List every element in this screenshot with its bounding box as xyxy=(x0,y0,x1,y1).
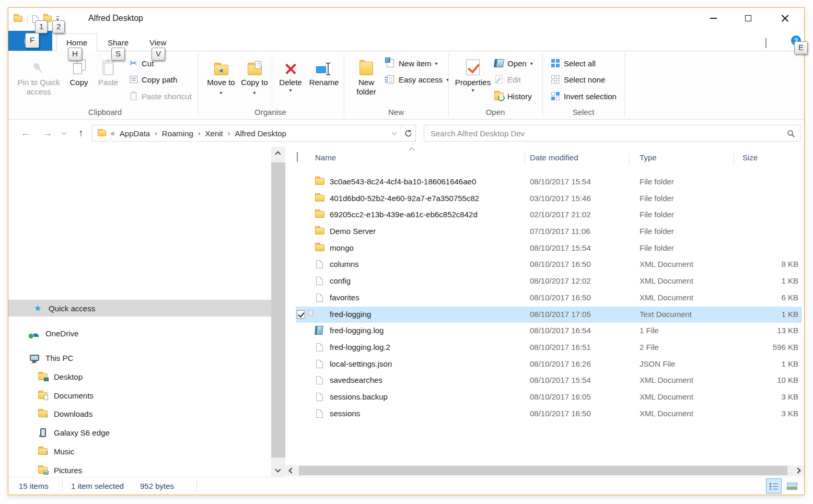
rename-button[interactable]: Rename xyxy=(307,54,341,87)
properties-button[interactable]: Properties ▾ xyxy=(455,54,491,93)
item-count: 15 items xyxy=(19,482,49,490)
cut-button[interactable]: ✂ Cut xyxy=(129,56,154,70)
file-icon xyxy=(316,260,323,268)
details-view-button[interactable] xyxy=(766,478,782,494)
select-none-button[interactable]: Select none xyxy=(551,73,605,86)
sidebar-item-documents[interactable]: Documents xyxy=(8,387,271,404)
sidebar-item-desktop[interactable]: Desktop xyxy=(8,368,271,385)
select-all-button[interactable]: Select all xyxy=(551,56,596,70)
file-row[interactable]: fred-logging.log 08/10/2017 16:54 1 File… xyxy=(296,323,802,339)
file-row[interactable]: fred-logging.log.2 08/10/2017 16:51 2 Fi… xyxy=(296,339,802,356)
file-row[interactable]: 3c0ae543-8c24-4cf4-ba10-186061646ae0 08/… xyxy=(296,174,802,190)
sidebar-item-music[interactable]: ♪ Music xyxy=(8,443,271,460)
minimize-icon xyxy=(710,18,717,19)
file-row[interactable]: sessions 08/10/2017 16:50 XML Document 3… xyxy=(296,406,802,422)
file-row[interactable]: Demo Server 07/10/2017 11:06 File folder xyxy=(296,224,802,240)
refresh-button[interactable] xyxy=(401,125,415,141)
file-row[interactable]: sessions.backup 08/10/2017 16:05 XML Doc… xyxy=(296,389,802,405)
file-row[interactable]: 401d6bd0-52b2-4e60-92a7-e7a350755c82 03/… xyxy=(296,191,802,207)
computer-icon xyxy=(30,355,39,361)
sidebar-item-this-pc[interactable]: This PC xyxy=(8,349,271,366)
sidebar-item-onedrive[interactable]: ☁ OneDrive xyxy=(8,325,271,342)
select-none-icon xyxy=(551,75,560,84)
scroll-up-icon[interactable] xyxy=(275,151,281,157)
chevron-right-icon[interactable]: › xyxy=(228,129,230,137)
keytip-home: H xyxy=(68,48,82,61)
sidebar-item-quick-access[interactable]: ★ Quick access xyxy=(8,300,271,317)
file-row[interactable]: savedsearches 08/10/2017 15:54 XML Docum… xyxy=(296,372,802,389)
column-header-name[interactable]: Name xyxy=(315,153,336,162)
scroll-left-icon[interactable] xyxy=(288,467,294,473)
titlebar: ▾ Alfred Desktop xyxy=(8,8,804,31)
sidebar-item-galaxy-s6-edge[interactable]: Galaxy S6 edge xyxy=(8,424,271,441)
minimize-button[interactable] xyxy=(701,9,725,28)
column-header-type[interactable]: Type xyxy=(640,153,657,162)
invert-selection-button[interactable]: Invert selection xyxy=(551,89,617,103)
forward-button[interactable]: → xyxy=(40,126,55,140)
scrollbar-thumb[interactable] xyxy=(271,162,285,458)
new-folder-button[interactable]: New folder xyxy=(350,54,382,97)
file-row[interactable]: config 08/10/2017 12:02 XML Document 1 K… xyxy=(296,273,802,289)
close-icon xyxy=(781,15,789,22)
pin-to-quick-access-button[interactable]: Pin to Quick access xyxy=(14,54,64,97)
chevron-right-icon[interactable]: › xyxy=(198,129,201,137)
file-row-selected[interactable]: fred-logging 08/10/2017 17:05 Text Docum… xyxy=(296,307,802,323)
cloud-icon: ☁ xyxy=(30,329,40,338)
history-button[interactable]: History xyxy=(494,89,532,103)
file-row[interactable]: 69205cc2-e13b-439e-a61c-eb6c852c842d 02/… xyxy=(296,207,802,223)
easy-access-button[interactable]: Easy access ▾ xyxy=(386,73,449,86)
collapse-ribbon-button[interactable] xyxy=(765,39,772,45)
window-title: Alfred Desktop xyxy=(88,14,143,23)
file-icon xyxy=(316,409,323,418)
paste-shortcut-button[interactable]: Paste shortcut xyxy=(129,89,192,103)
thumbnail-view-button[interactable] xyxy=(784,478,800,494)
breadcrumb-segment[interactable]: AppData xyxy=(120,129,150,138)
copy-to-button[interactable]: Copy to ▾ xyxy=(239,54,270,97)
folder-icon xyxy=(315,211,324,218)
maximize-button[interactable] xyxy=(736,9,760,28)
copy-path-icon xyxy=(130,76,137,83)
row-checkbox[interactable] xyxy=(297,310,305,319)
breadcrumb-segment[interactable]: Roaming xyxy=(162,129,193,138)
search-input[interactable] xyxy=(424,125,800,141)
scroll-down-icon[interactable] xyxy=(275,466,281,472)
file-row[interactable]: local-settings.json 08/10/2017 16:26 JSO… xyxy=(296,356,802,372)
file-row[interactable]: mongo 08/10/2017 15:54 File folder xyxy=(296,240,802,256)
file-row[interactable]: columns 08/10/2017 16:50 XML Document 8 … xyxy=(296,256,802,273)
column-header-size[interactable]: Size xyxy=(742,153,758,162)
folder-icon xyxy=(315,228,324,235)
new-item-button[interactable]: New item ▾ xyxy=(386,56,438,70)
edit-button[interactable]: Edit xyxy=(494,73,521,86)
pin-icon xyxy=(30,60,47,77)
back-button[interactable]: ← xyxy=(18,126,33,140)
file-row[interactable]: favorites 08/10/2017 16:50 XML Document … xyxy=(296,290,802,306)
move-to-button[interactable]: ◄ Move to ▾ xyxy=(206,54,236,97)
scrollbar-thumb[interactable] xyxy=(299,466,787,475)
breadcrumb[interactable]: « AppData › Roaming › Xenit › Alfred Des… xyxy=(92,125,416,142)
up-button[interactable]: ↑ xyxy=(73,126,89,140)
sidebar-item-pictures[interactable]: Pictures xyxy=(8,462,271,478)
dropdown-icon: ▾ xyxy=(253,90,255,96)
select-all-checkbox[interactable] xyxy=(297,152,298,162)
delete-button[interactable]: Delete ▾ xyxy=(276,54,305,93)
breadcrumb-segment[interactable]: Alfred Desktop xyxy=(235,129,286,138)
column-header-date-modified[interactable]: Date modified xyxy=(530,153,578,162)
keytip-help: E xyxy=(794,41,808,54)
address-dropdown-button[interactable] xyxy=(387,125,401,141)
vertical-scrollbar[interactable] xyxy=(271,147,285,477)
group-separator xyxy=(624,53,625,117)
breadcrumb-segment[interactable]: Xenit xyxy=(205,129,223,138)
sidebar-item-downloads[interactable]: ↓ Downloads xyxy=(8,405,271,422)
sidebar-item-windows-c[interactable]: Windows (C:) xyxy=(8,499,271,504)
breadcrumb-overflow-chevron[interactable]: « xyxy=(111,129,115,137)
recent-locations-button[interactable] xyxy=(59,126,69,140)
open-button[interactable]: Open ▾ xyxy=(494,56,533,70)
screen: ▾ Alfred Desktop 1 2 F H S V E File Home… xyxy=(0,0,813,504)
selection-size: 952 bytes xyxy=(140,482,174,490)
copy-path-button[interactable]: Copy path xyxy=(129,73,177,86)
horizontal-scrollbar[interactable] xyxy=(285,465,804,476)
close-button[interactable] xyxy=(773,9,797,28)
documents-folder-icon xyxy=(38,392,48,399)
chevron-right-icon[interactable]: › xyxy=(155,129,157,137)
scroll-right-icon[interactable] xyxy=(795,467,800,473)
